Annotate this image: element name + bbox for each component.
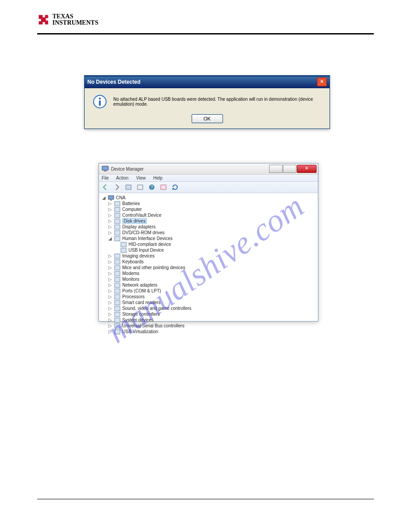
tree-label: Disk drives [122,219,147,223]
svg-rect-20 [121,248,126,253]
svg-rect-3 [102,166,108,170]
ti-logo-icon [37,13,50,26]
tree-label: Modems [122,271,139,276]
dm-toolbar: ? [99,182,318,193]
toolbar-icon[interactable] [125,184,132,191]
svg-rect-26 [115,283,120,287]
info-icon [93,94,107,109]
tree-item[interactable]: ▷Storage controllers [102,311,315,317]
toolbar-icon[interactable] [137,184,144,191]
svg-rect-10 [108,196,114,199]
tree-label: Keyboards [122,259,144,264]
tree-item[interactable]: ▷Mice and other pointing devices [102,265,315,270]
forward-icon[interactable] [113,184,120,191]
tree-label: ControlVault Device [122,213,162,218]
back-icon[interactable] [102,184,109,191]
svg-rect-24 [115,271,120,276]
close-button[interactable]: × [297,165,317,173]
tree-item[interactable]: ▷Batteries [102,201,315,206]
svg-rect-29 [115,300,120,305]
svg-rect-33 [115,324,120,328]
svg-rect-28 [115,295,120,299]
svg-rect-11 [110,200,112,201]
dialog-titlebar[interactable]: No Devices Detected × [85,76,330,88]
svg-rect-2 [99,100,101,106]
menu-action[interactable]: Action [116,176,128,180]
tree-item[interactable]: ▷System devices [102,317,315,323]
svg-rect-27 [115,289,120,293]
tree-label: Display adapters [122,224,155,229]
svg-rect-14 [115,213,120,218]
tree-item[interactable]: ▷Smart card readers [102,300,315,305]
tree-item[interactable]: ▷ControlVault Device [102,212,315,218]
svg-point-1 [99,98,101,99]
svg-rect-16 [115,225,120,229]
maximize-button[interactable] [283,165,296,173]
tree-label: Processors [122,294,145,299]
svg-rect-31 [115,312,120,317]
tree-label: HID-compliant device [128,242,171,247]
tree-label: Sound, video and game controllers [122,306,192,311]
tree-label: Computer [122,207,142,212]
tree-root[interactable]: ◢ CNA [102,195,315,201]
close-icon[interactable]: × [317,77,327,86]
svg-rect-30 [115,306,120,311]
tree-label: Mice and other pointing devices [122,265,185,270]
refresh-icon[interactable] [171,184,179,191]
tree-label: Network adapters [122,283,157,287]
tree-item[interactable]: ▷Imaging devices [102,253,315,259]
toolbar-icon[interactable] [160,184,167,191]
tree-item[interactable]: ▷USB Virtualization [102,329,315,335]
menu-help[interactable]: Help [153,176,163,180]
tree-label: Batteries [122,201,140,206]
tree-label: Human Interface Devices [122,236,172,241]
svg-rect-21 [115,254,120,258]
tree-item[interactable]: ▷Modems [102,270,315,276]
tree-label: Smart card readers [122,300,161,305]
ok-button[interactable]: OK [192,114,223,123]
tree-label: System devices [122,317,154,322]
tree-item[interactable]: ▷DVD/CD-ROM drives [102,230,315,236]
tree-label: Imaging devices [122,253,154,258]
svg-rect-34 [115,330,120,334]
tree-item[interactable]: ▷Network adapters [102,282,315,288]
svg-rect-17 [115,231,120,235]
svg-rect-23 [115,266,120,270]
svg-rect-15 [115,219,120,223]
tree-label: USB Virtualization [122,329,158,334]
tree-item[interactable]: ▷Disk drives [102,218,315,224]
tree-item[interactable]: ▷Display adapters [102,224,315,230]
dialog-title-text: No Devices Detected [87,79,141,85]
svg-rect-9 [161,185,166,189]
dm-titlebar[interactable]: Device Manager × [99,163,318,175]
menu-file[interactable]: File [102,176,109,180]
svg-rect-25 [115,277,120,282]
no-devices-dialog: No Devices Detected × No attached ALP ba… [84,75,330,129]
logo-line2: INSTRUMENTS [52,20,98,26]
tree-item[interactable]: ◢Human Interface Devices [102,236,315,241]
tree-item[interactable]: ▷Keyboards [102,259,315,265]
dm-title-text: Device Manager [111,167,144,172]
computer-icon [108,195,114,201]
dm-menubar[interactable]: File Action View Help [99,175,318,182]
tree-item[interactable]: ▷Sound, video and game controllers [102,305,315,311]
svg-rect-4 [104,171,107,172]
menu-view[interactable]: View [136,176,146,180]
header-rule [37,33,374,34]
tree-item[interactable]: ▷Processors [102,294,315,300]
tree-item[interactable]: USB Input Device [102,247,315,253]
page-header: TEXAS INSTRUMENTS [37,13,374,33]
tree-item[interactable]: ▷Ports (COM & LPT) [102,288,315,294]
tree-label: Monitors [122,277,139,282]
tree-item[interactable]: ▷Computer [102,206,315,212]
device-tree[interactable]: ◢ CNA ▷Batteries▷Computer▷ControlVault D… [99,193,318,336]
minimize-button[interactable] [269,165,283,173]
tree-item[interactable]: HID-compliant device [102,241,315,247]
tree-label: Universal Serial Bus controllers [122,323,184,328]
svg-rect-19 [121,242,126,247]
help-icon[interactable]: ? [148,184,155,191]
tree-item[interactable]: ▷Monitors [102,276,315,282]
svg-rect-32 [115,318,120,322]
svg-rect-18 [115,236,120,241]
tree-item[interactable]: ▷Universal Serial Bus controllers [102,323,315,329]
